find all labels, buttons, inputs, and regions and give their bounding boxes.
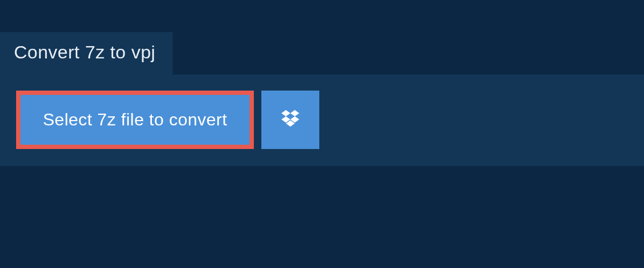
tab-bar: Convert 7z to vpj bbox=[0, 0, 644, 75]
dropbox-icon bbox=[280, 108, 301, 131]
dropbox-button[interactable] bbox=[261, 91, 319, 149]
tab-label: Convert 7z to vpj bbox=[14, 42, 156, 62]
convert-panel: Select 7z file to convert bbox=[0, 75, 644, 166]
page-spacer bbox=[0, 166, 644, 252]
action-row: Select 7z file to convert bbox=[16, 91, 628, 149]
select-file-label: Select 7z file to convert bbox=[43, 110, 227, 130]
tab-convert[interactable]: Convert 7z to vpj bbox=[0, 32, 173, 75]
select-file-button[interactable]: Select 7z file to convert bbox=[16, 91, 254, 149]
